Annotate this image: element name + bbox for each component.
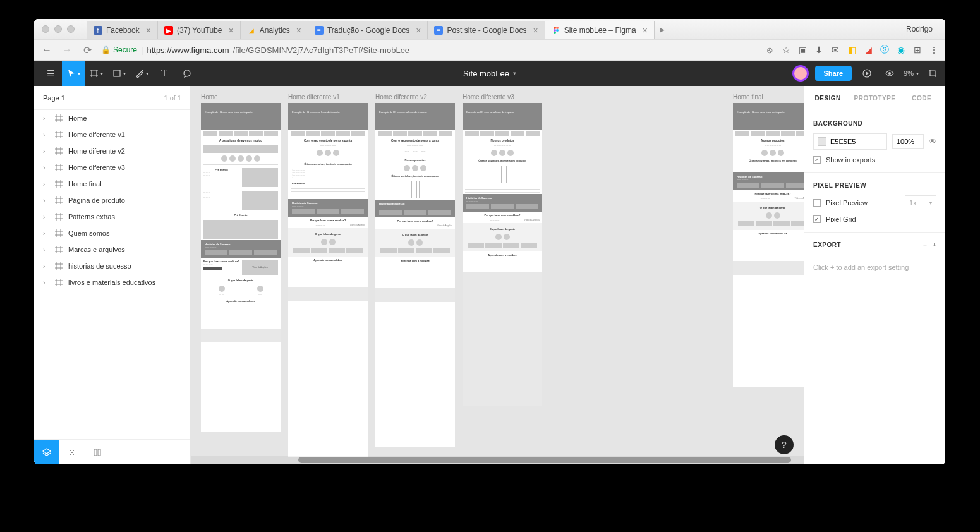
chevron-right-icon: › (43, 230, 49, 237)
skype-icon[interactable]: ⓢ (880, 45, 890, 55)
tab-figma[interactable]: Site mobLee – Figma × (545, 21, 655, 39)
back-button[interactable]: ← (40, 44, 53, 56)
present-button[interactable] (858, 61, 876, 86)
docs-icon: ≡ (434, 26, 443, 35)
close-icon[interactable]: × (146, 25, 151, 35)
layer-item[interactable]: ›livros e materiais educativos (34, 274, 190, 291)
star-icon[interactable]: ☆ (781, 45, 791, 55)
close-window-button[interactable] (42, 25, 49, 33)
layer-item[interactable]: ›Home (34, 110, 190, 126)
frame-tool[interactable]: ▾ (85, 61, 107, 86)
move-tool[interactable]: ▾ (62, 61, 85, 86)
layer-item[interactable]: ›Patterns extras (34, 209, 190, 225)
layer-item[interactable]: ›Home diferente v2 (34, 143, 190, 159)
eye-icon[interactable]: 👁 (929, 137, 936, 146)
minus-icon[interactable]: − (923, 241, 927, 248)
scale-select[interactable]: 1x▾ (905, 195, 936, 210)
tab-prototype[interactable]: PROTOTYPE (851, 86, 898, 111)
ext-icon-4[interactable]: ⊞ (912, 45, 923, 55)
crop-button[interactable] (925, 61, 940, 86)
ext-icon-1[interactable]: ◧ (847, 45, 857, 55)
tab-analytics[interactable]: ◢ Analytics × (241, 21, 308, 39)
text-tool[interactable]: T (153, 61, 176, 86)
layer-item[interactable]: ›Página de produto (34, 192, 190, 209)
lock-icon: 🔒 (101, 45, 111, 54)
frame-label: Home diferente v3 (463, 94, 542, 100)
tab-docs-1[interactable]: ≡ Tradução - Google Docs × (308, 21, 428, 39)
layer-item[interactable]: ›Home diferente v1 (34, 126, 190, 143)
scrollbar-horizontal[interactable] (191, 456, 804, 464)
frame-icon (54, 245, 63, 254)
help-button[interactable]: ? (775, 435, 794, 454)
frame-home-v1[interactable]: Exemplo de H1 com uma frase de impacto C… (288, 103, 368, 457)
frame-icon (54, 196, 63, 205)
frame-home[interactable]: Exemplo de H1 com uma frase de impacto A… (201, 103, 281, 432)
ext-icon-2[interactable]: ◢ (863, 45, 873, 55)
components-tab-button[interactable] (59, 440, 85, 465)
background-opacity-input[interactable]: 100% (892, 134, 924, 149)
comment-tool[interactable] (176, 61, 198, 86)
maximize-window-button[interactable] (67, 25, 75, 33)
canvas[interactable]: Home Exemplo de H1 com uma frase de impa… (191, 86, 804, 464)
checkbox-icon (813, 215, 821, 223)
pixel-grid-checkbox[interactable]: Pixel Grid (813, 215, 936, 223)
background-color-row: E5E5E5 100% 👁 (813, 133, 936, 150)
frame-icon (54, 212, 63, 221)
close-icon[interactable]: × (533, 25, 538, 35)
layer-item[interactable]: ›Marcas e arquivos (34, 241, 190, 258)
close-icon[interactable]: × (416, 25, 421, 35)
browser-window: f Facebook × ▶ (37) YouTube × ◢ Analytic… (34, 19, 945, 464)
close-icon[interactable]: × (229, 25, 234, 35)
show-in-exports-checkbox[interactable]: Show in exports (813, 156, 936, 164)
zoom-control[interactable]: 9% ▾ (904, 70, 919, 77)
tab-code[interactable]: CODE (898, 86, 945, 111)
chevron-right-icon: › (43, 181, 49, 188)
tab-design[interactable]: DESIGN (804, 86, 851, 111)
chevron-right-icon: › (43, 148, 49, 155)
layer-item[interactable]: ›Home diferente v3 (34, 159, 190, 176)
pen-tool[interactable]: ▾ (130, 61, 153, 86)
color-swatch[interactable] (818, 137, 826, 146)
minimize-window-button[interactable] (54, 25, 62, 33)
document-title[interactable]: Site mobLee ▾ (463, 69, 516, 78)
profile-name[interactable]: Rodrigo (906, 25, 938, 33)
bookmark-icon[interactable]: ⎋ (765, 45, 775, 55)
mail-icon[interactable]: ✉ (830, 45, 840, 55)
chevron-right-icon: › (43, 246, 49, 253)
library-tab-button[interactable] (85, 440, 110, 465)
avatar[interactable] (792, 65, 809, 82)
close-icon[interactable]: × (643, 25, 648, 35)
canvas-inner: Home Exemplo de H1 com uma frase de impa… (191, 86, 804, 464)
layers-tab-button[interactable] (34, 440, 59, 465)
shape-tool[interactable]: ▾ (107, 61, 130, 86)
pages-header[interactable]: Page 1 1 of 1 (34, 86, 190, 110)
menu-icon[interactable]: ⋮ (929, 45, 939, 55)
frame-label: Home diferente v1 (288, 94, 368, 100)
layer-item[interactable]: ›Home final (34, 176, 190, 192)
ext-icon-3[interactable]: ◉ (896, 45, 906, 55)
forward-button[interactable]: → (61, 44, 73, 56)
tab-youtube[interactable]: ▶ (37) YouTube × (158, 21, 241, 39)
close-icon[interactable]: × (296, 25, 301, 35)
layer-item[interactable]: ›Quem somos (34, 225, 190, 241)
pixel-preview-checkbox[interactable]: Pixel Preview 1x▾ (813, 195, 936, 210)
menu-button[interactable]: ☰ (39, 61, 62, 86)
cast-icon[interactable]: ▣ (797, 45, 808, 55)
plus-icon[interactable]: + (933, 241, 936, 248)
frame-column: Home Exemplo de H1 com uma frase de impa… (201, 94, 281, 457)
new-tab-button[interactable]: ▸ (655, 20, 670, 39)
tab-facebook[interactable]: f Facebook × (87, 21, 158, 39)
scrollbar-thumb[interactable] (298, 457, 791, 463)
layer-item[interactable]: ›historias de sucesso (34, 258, 190, 274)
tab-docs-2[interactable]: ≡ Post site - Google Docs × (428, 21, 545, 39)
frame-home-v2[interactable]: Exemplo de H1 com uma frase de impacto C… (375, 103, 455, 447)
frame-home-final[interactable]: Exemplo de H1 com uma frase de impacto N… (733, 103, 804, 387)
reload-button[interactable]: ⟳ (81, 44, 94, 56)
background-hex-input[interactable]: E5E5E5 (813, 133, 887, 150)
share-button[interactable]: Share (815, 66, 852, 81)
frame-home-v3[interactable]: Exemplo de H1 com uma frase de impacto N… (463, 103, 542, 406)
url-input[interactable]: 🔒 Secure | https://www.figma.com/file/GG… (101, 45, 757, 55)
view-button[interactable] (882, 61, 897, 86)
save-icon[interactable]: ⬇ (814, 45, 824, 55)
docs-icon: ≡ (315, 26, 324, 35)
